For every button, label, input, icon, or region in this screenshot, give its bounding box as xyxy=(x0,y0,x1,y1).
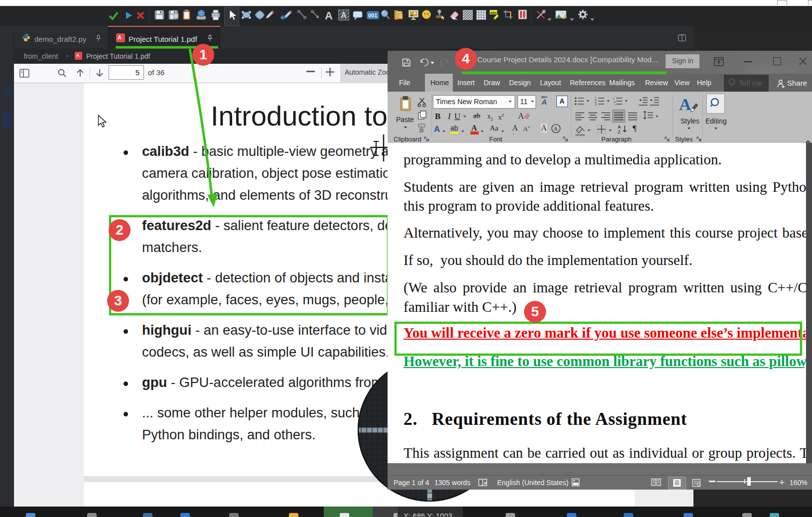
svg-text:Z: Z xyxy=(618,129,621,134)
svg-text:A: A xyxy=(554,126,558,131)
svg-text:3: 3 xyxy=(595,103,597,106)
svg-text:001: 001 xyxy=(368,12,377,18)
svg-text:abc: abc xyxy=(490,10,497,15)
svg-text:A: A xyxy=(618,125,621,129)
svg-text:i: i xyxy=(615,103,615,106)
svg-text:A: A xyxy=(341,11,347,19)
